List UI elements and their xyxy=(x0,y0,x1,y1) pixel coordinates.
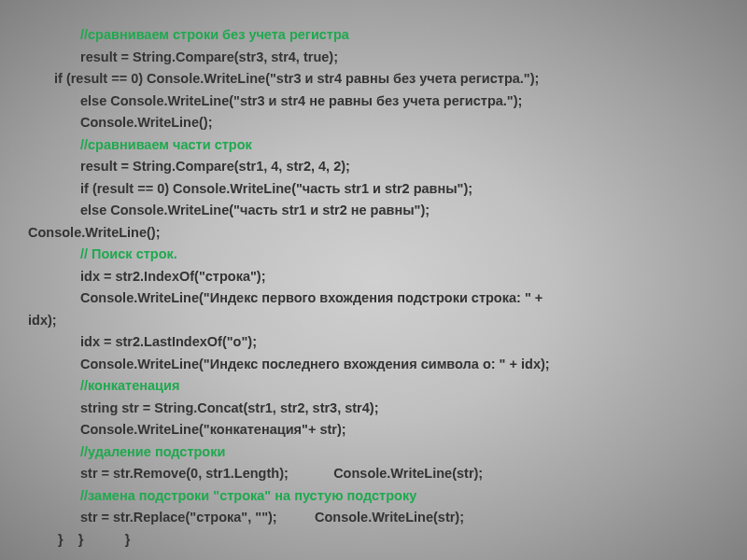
code-line-3: else Console.WriteLine("str3 и str4 не р… xyxy=(28,91,719,113)
code-line-4: Console.WriteLine(); xyxy=(28,112,719,134)
code-line-23: } } } xyxy=(28,529,719,552)
code-line-17: string str = String.Concat(str1, str2, s… xyxy=(28,398,719,420)
code-line-6: result = String.Compare(str1, 4, str2, 4… xyxy=(28,156,719,178)
code-line-5: //сравниваем части строк xyxy=(28,134,719,157)
code-line-15: Console.WriteLine("Индекс последнего вхо… xyxy=(28,354,719,376)
code-line-11: idx = str2.IndexOf("строка"); xyxy=(28,266,719,288)
code-line-14: idx = str2.LastIndexOf("о"); xyxy=(28,331,719,354)
code-line-9: Console.WriteLine(); xyxy=(28,222,719,245)
code-line-16: //конкатенация xyxy=(28,375,719,398)
code-line-13: idx); xyxy=(28,310,719,332)
code-line-18: Console.WriteLine("конкатенация"+ str); xyxy=(28,419,719,441)
code-line-0: //сравниваем строки без учета регистра xyxy=(28,24,719,47)
code-line-22: str = str.Replace("строка", ""); Console… xyxy=(28,507,719,529)
code-line-19: //удаление подстроки xyxy=(28,441,719,464)
code-line-21: //замена подстроки "строка" на пустую по… xyxy=(28,485,719,508)
code-block: //сравниваем строки без учета регистраre… xyxy=(28,24,719,551)
code-line-1: result = String.Compare(str3, str4, true… xyxy=(28,47,719,69)
code-line-12: Console.WriteLine("Индекс первого вхожде… xyxy=(28,287,719,310)
code-line-20: str = str.Remove(0, str1.Length); Consol… xyxy=(28,463,719,485)
code-line-10: // Поиск строк. xyxy=(28,244,719,266)
code-line-2: if (result == 0) Console.WriteLine("str3… xyxy=(28,68,719,91)
code-line-7: if (result == 0) Console.WriteLine("част… xyxy=(28,178,719,201)
code-line-8: else Console.WriteLine("часть str1 и str… xyxy=(28,200,719,222)
